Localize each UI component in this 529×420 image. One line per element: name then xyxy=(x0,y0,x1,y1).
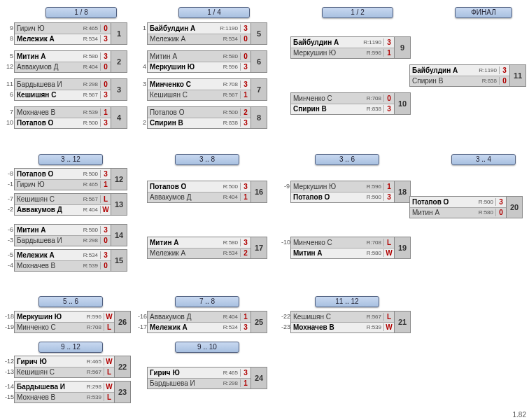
player-name: Спирин В xyxy=(410,77,477,85)
player-row: Потапов ОR:5003 xyxy=(410,197,506,208)
match-16: Потапов ОR:5003Аввакумов ДR:404116 xyxy=(147,181,267,203)
player-name: Мохначев В xyxy=(15,393,82,401)
score: 0 xyxy=(495,209,506,216)
player-row: -23Мохначев ВR:539W xyxy=(291,323,394,333)
player-name: Мележик А xyxy=(148,323,218,331)
match-26: -18Меркушин ЮR:596W-19Минченко СR:708L26 xyxy=(14,311,131,333)
seed: 11 xyxy=(5,80,13,88)
score: 3 xyxy=(240,63,251,71)
rating: R:580 xyxy=(474,209,495,216)
match-id: 24 xyxy=(251,368,267,388)
match-id: 16 xyxy=(251,181,267,202)
match-24: Гирич ЮR:4653Бардышева ИR:298124 xyxy=(147,367,267,389)
score: 3 xyxy=(383,193,394,201)
player-row: Митин АR:5800 xyxy=(410,208,506,218)
match-id: 1 xyxy=(111,23,127,44)
score: 3 xyxy=(240,323,251,331)
player-name: Гирич Ю xyxy=(15,358,82,365)
match-id: 12 xyxy=(111,169,127,190)
seed: -6 xyxy=(5,226,13,233)
match-19: -10Минченко СR:708LМитин АR:580W19 xyxy=(290,237,411,259)
seed: -5 xyxy=(5,251,13,258)
player-row: -7Кешишян СR:567L xyxy=(15,194,111,205)
player-name: Потапов О xyxy=(15,119,78,127)
match-11: Байбулдин АR:11903Спирин ВR:838011 xyxy=(409,64,526,87)
rating: R:404 xyxy=(218,194,240,200)
seed: 12 xyxy=(5,63,13,70)
player-name: Минченко С xyxy=(291,239,362,246)
player-row: -8Потапов ОR:5003 xyxy=(15,169,111,180)
rating: R:1190 xyxy=(477,67,499,74)
rating: R:838 xyxy=(477,78,499,84)
rating: R:534 xyxy=(78,252,100,258)
rating: R:567 xyxy=(78,196,100,202)
match-13: -7Кешишян СR:567L-2Аввакумов ДR:404W13 xyxy=(14,193,127,216)
stage-header-7: 9 .. 12 xyxy=(38,342,103,353)
rating: R:298 xyxy=(218,380,240,386)
player-row: Митин АR:5800 xyxy=(148,51,251,62)
match-id: 18 xyxy=(394,181,410,202)
player-row: -5Мележик АR:5343 xyxy=(15,250,111,261)
stage-header-1: 3 .. 8 xyxy=(175,154,239,165)
rating: R:500 xyxy=(78,171,100,177)
seed: -13 xyxy=(5,368,13,375)
player-row: Кешишян СR:5671 xyxy=(148,90,251,101)
player-row: -18Меркушин ЮR:596W xyxy=(15,312,114,323)
rating: R:539 xyxy=(82,394,104,400)
player-name: Байбулдин А xyxy=(291,38,362,46)
seed: -14 xyxy=(5,383,13,390)
seed: 2 xyxy=(138,119,146,126)
score: L xyxy=(100,195,111,203)
rating: R:580 xyxy=(362,250,383,256)
rating: R:838 xyxy=(362,106,383,112)
rating: R:500 xyxy=(362,194,383,200)
player-row: -4Мохначев ВR:5390 xyxy=(15,261,111,272)
stage-header-3: 3 .. 4 xyxy=(451,154,516,165)
player-name: Мележик А xyxy=(148,249,218,257)
player-name: Мохначев В xyxy=(15,262,78,270)
player-row: -1Гирич ЮR:4651 xyxy=(15,180,111,190)
match-8: Потапов ОR:50022Спирин ВR:83838 xyxy=(147,106,267,129)
score: L xyxy=(104,368,114,376)
rating: R:404 xyxy=(78,206,100,213)
player-row: -15Мохначев ВR:539L xyxy=(15,393,114,403)
round-header-0: 1 / 8 xyxy=(45,7,117,18)
score: 3 xyxy=(240,183,251,190)
match-7: 3Минченко СR:7083Кешишян СR:56717 xyxy=(147,78,267,101)
match-id: 7 xyxy=(251,79,267,100)
player-name: Потапов О xyxy=(148,108,218,116)
seed: -17 xyxy=(138,323,146,330)
rating: R:465 xyxy=(78,181,100,188)
player-row: -6Митин АR:5803 xyxy=(15,225,111,236)
match-id: 17 xyxy=(251,237,267,258)
score: W xyxy=(383,249,394,257)
score: 3 xyxy=(100,226,111,234)
score: 3 xyxy=(240,24,251,32)
player-row: -13Кешишян СR:567L xyxy=(15,368,114,378)
player-name: Митин А xyxy=(148,239,218,246)
rating: R:404 xyxy=(78,64,100,70)
round-header-1: 1 / 4 xyxy=(178,7,250,18)
match-21: -22Кешишян СR:567L-23Мохначев ВR:539W21 xyxy=(290,311,411,333)
player-name: Митин А xyxy=(15,52,78,60)
match-id: 11 xyxy=(509,65,526,86)
seed: 3 xyxy=(138,80,146,88)
rating: R:534 xyxy=(218,36,240,42)
player-row: 11Бардышева ИR:2980 xyxy=(15,79,111,90)
player-name: Спирин В xyxy=(291,105,362,113)
rating: R:1190 xyxy=(362,39,383,46)
player-name: Гирич Ю xyxy=(15,24,78,32)
player-name: Кешишян С xyxy=(15,368,82,376)
match-id: 26 xyxy=(114,312,130,332)
score: L xyxy=(383,239,394,246)
match-id: 15 xyxy=(111,250,127,271)
rating: R:567 xyxy=(362,314,383,320)
player-name: Потапов О xyxy=(291,193,362,201)
player-name: Митин А xyxy=(410,209,474,216)
player-row: 8Мележик АR:5343 xyxy=(15,34,111,45)
player-row: 6Кешишян СR:5673 xyxy=(15,90,111,101)
rating: R:539 xyxy=(78,262,100,269)
rating: R:500 xyxy=(218,183,240,190)
player-row: Байбулдин АR:11903 xyxy=(291,37,394,48)
score: 1 xyxy=(240,193,251,201)
